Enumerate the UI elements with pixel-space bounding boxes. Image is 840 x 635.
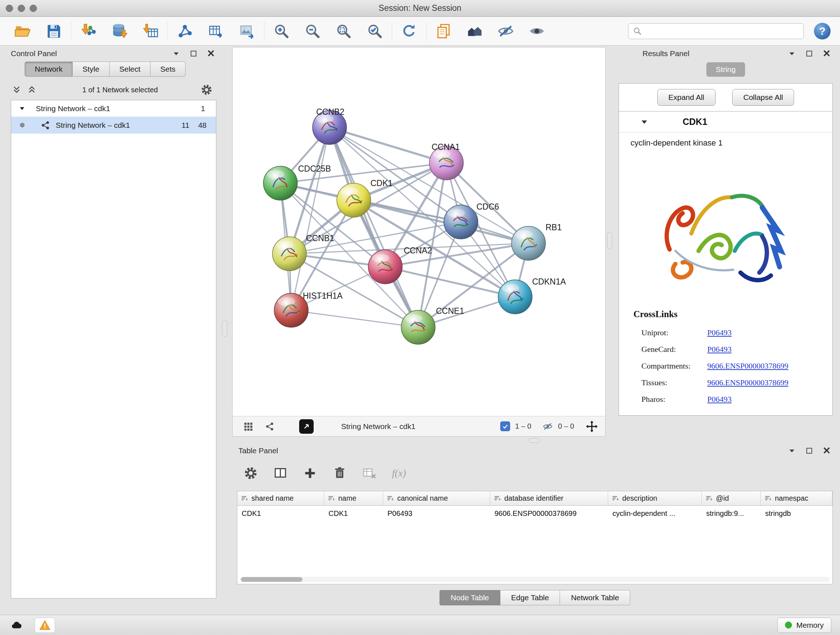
network-edge[interactable] [291,127,330,310]
network-overview-button[interactable] [264,421,275,432]
hide-panel-button[interactable] [494,20,517,42]
scrollbar-thumb[interactable] [241,577,302,582]
network-canvas[interactable]: CCNB2CCNA1CDC25BCDK1CDC6RB1CCNB1CCNA2CDK… [233,48,605,416]
results-panel-close-button[interactable]: ✕ [822,49,831,58]
create-column-button[interactable] [301,464,319,483]
open-session-button[interactable] [11,20,34,42]
search-input[interactable] [645,27,799,35]
control-panel-maximize-button[interactable] [189,49,198,58]
collapse-all-button[interactable]: Collapse All [732,89,794,106]
expand-all-icon[interactable] [27,85,37,95]
tab-style[interactable]: Style [73,62,110,77]
collapse-all-icon[interactable] [11,85,22,95]
pharos-link[interactable]: P06493 [707,394,731,404]
cell-namespace[interactable]: stringdb [761,506,832,521]
left-splitter-handle[interactable] [222,320,227,337]
caret-down-icon[interactable] [641,119,648,126]
control-panel-float-button[interactable] [172,49,181,58]
network-edge[interactable] [385,267,515,297]
uniprot-link[interactable]: P06493 [707,328,731,337]
cell-description[interactable]: cyclin-dependent ... [608,506,702,521]
expand-all-button[interactable]: Expand All [657,89,715,106]
table-panel-float-button[interactable] [787,446,797,455]
save-session-button[interactable] [43,20,65,42]
table-panel-close-button[interactable]: ✕ [822,446,831,455]
selected-items-checkbox[interactable] [500,421,510,431]
cell-database-identifier[interactable]: 9606.ENSP00000378699 [490,506,608,521]
tab-network-table[interactable]: Network Table [560,590,630,605]
right-splitter-handle[interactable] [607,233,612,249]
network-node-ccnb1[interactable] [272,237,306,271]
tab-edge-table[interactable]: Edge Table [500,590,561,605]
network-node-ccna2[interactable] [368,250,402,284]
show-panel-button[interactable] [526,20,548,42]
apply-preferred-layout-button[interactable] [398,20,420,42]
memory-button[interactable]: Memory [777,618,831,633]
network-node-cdkn1a[interactable] [498,280,532,314]
zoom-in-button[interactable] [270,20,293,42]
compartments-link[interactable]: 9606.ENSP00000378699 [707,361,788,371]
column-header-canonical-name[interactable]: canonical name [383,491,490,505]
column-header-description[interactable]: description [608,491,702,505]
column-header-shared-name[interactable]: shared name [237,491,324,505]
show-columns-button[interactable] [271,464,290,483]
table-delete-icon [362,466,377,480]
network-node-cdk1[interactable] [337,183,371,217]
grid-view-button[interactable] [243,421,254,432]
network-node-cdc25b[interactable] [264,166,297,200]
import-network-database-button[interactable] [108,20,131,42]
zoom-selected-button[interactable] [363,20,386,42]
network-collection-row[interactable]: String Network – cdk1 1 [11,100,216,117]
network-edge[interactable] [330,127,447,163]
home-icon [466,23,483,40]
birdseye-view-button[interactable] [299,419,314,434]
results-tab-string[interactable]: String [706,62,745,77]
import-table-file-button[interactable] [139,20,162,42]
table-options-button[interactable] [241,464,260,483]
import-network-file-button[interactable] [77,20,99,42]
tab-network[interactable]: Network [25,62,73,77]
column-header-namespace[interactable]: namespac [761,491,832,505]
bottom-splitter-handle[interactable] [529,438,540,443]
tab-select[interactable]: Select [110,62,150,77]
network-edge[interactable] [330,127,418,327]
export-image-button[interactable] [236,20,258,42]
table-toolbar: f(x) [241,462,409,485]
fit-content-button[interactable] [585,421,599,432]
cell-shared-name[interactable]: CDK1 [237,506,324,521]
gear-icon[interactable] [201,84,213,96]
tab-sets[interactable]: Sets [150,62,186,77]
new-network-button[interactable] [174,20,196,42]
network-node-ccne1[interactable] [401,310,435,344]
network-node-cdc6[interactable] [444,205,478,239]
table-panel-maximize-button[interactable] [805,446,814,455]
column-header-database-identifier[interactable]: database identifier [490,491,608,505]
results-panel-float-button[interactable] [787,49,797,58]
cell-canonical-name[interactable]: P06493 [383,506,490,521]
zoom-out-button[interactable] [302,20,324,42]
zoom-fit-button[interactable] [332,20,355,42]
network-node-rb1[interactable] [512,226,546,260]
help-button[interactable]: ? [814,23,831,40]
network-row[interactable]: String Network – cdk1 11 48 [11,117,216,134]
cell-id[interactable]: stringdb:9... [702,506,761,521]
hidden-items-button[interactable] [542,421,553,432]
genecard-link[interactable]: P06493 [707,345,731,354]
network-edge[interactable] [291,310,418,327]
export-table-button[interactable] [205,20,227,42]
table-horizontal-scrollbar[interactable] [240,577,830,582]
delete-column-button[interactable] [330,464,349,483]
tab-node-table[interactable]: Node Table [439,590,500,605]
control-panel-close-button[interactable]: ✕ [206,49,216,58]
warnings-button[interactable] [35,618,55,633]
cell-name[interactable]: CDK1 [324,506,383,521]
results-panel-maximize-button[interactable] [805,49,814,58]
home-button[interactable] [463,20,486,42]
protein-card-header[interactable]: CDK1 [619,111,832,133]
column-header-id[interactable]: @id [702,491,761,505]
tree-expand-caret-icon[interactable] [19,106,25,111]
duplicate-network-button[interactable] [432,20,455,42]
column-header-name[interactable]: name [324,491,383,505]
cloud-status-button[interactable] [8,618,25,632]
tissues-link[interactable]: 9606.ENSP00000378699 [707,378,788,387]
